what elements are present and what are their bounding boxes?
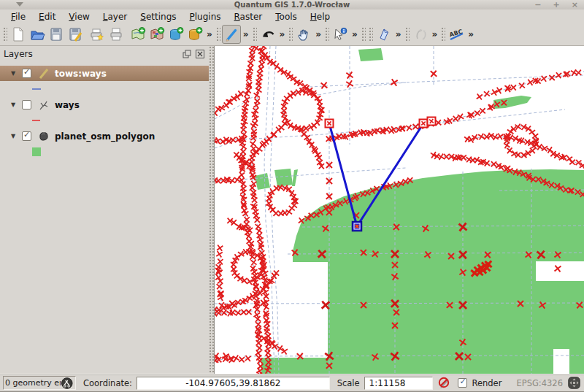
layer-symbology-row (0, 144, 209, 160)
toolbar-drag-handle[interactable] (441, 27, 445, 42)
print-button[interactable] (107, 25, 126, 44)
layer-name: tows:ways (55, 69, 107, 79)
add-spatialite-layer-button[interactable] (185, 25, 204, 44)
scale-label: Scale (337, 378, 360, 388)
toolbar-drag-handle[interactable] (361, 27, 366, 42)
expand-arrow-icon[interactable]: ▼ (9, 101, 18, 108)
coordinate-label: Coordinate: (83, 378, 132, 388)
capture-line-tool-button[interactable] (222, 25, 241, 44)
toolbar-overflow[interactable]: » (466, 29, 476, 39)
red-line-swatch (32, 120, 40, 121)
new-project-button[interactable] (9, 25, 28, 44)
geometry-errors-panel: 0 geometry er (3, 376, 76, 390)
add-postgis-layer-button[interactable] (166, 25, 185, 44)
add-vector-layer-icon (130, 26, 146, 42)
toolbar-drag-handle[interactable] (216, 27, 220, 42)
layer-row-ways[interactable]: ▼ ✓ ways (0, 97, 209, 112)
identify-tool-button[interactable] (331, 25, 350, 44)
undo-icon (260, 26, 276, 42)
menu-view[interactable]: View (62, 11, 96, 23)
coordinate-value: -104.97605,39.81862 (185, 378, 280, 388)
toolbar-overflow[interactable]: » (350, 29, 360, 39)
toolbar-drag-handle[interactable] (405, 27, 410, 42)
menu-file[interactable]: File (4, 11, 32, 23)
save-as-icon (67, 26, 83, 42)
map-canvas[interactable] (214, 46, 584, 374)
expand-arrow-icon[interactable]: ▼ (9, 133, 18, 139)
geometry-errors-icon[interactable] (61, 377, 74, 390)
layer-row-planet-osm-polygon[interactable]: ▼ ✓ planet_osm_polygon (0, 128, 209, 144)
layer-visibility-checkbox[interactable]: ✓ (22, 131, 31, 141)
crs-projector-icon (567, 376, 581, 390)
blue-dash-swatch (32, 88, 41, 90)
toolbar: » » » » » » » ABC (0, 23, 584, 46)
toolbar-overflow[interactable]: » (277, 29, 288, 39)
layer-symbology-row (0, 112, 209, 128)
node-tool-button[interactable] (411, 25, 430, 44)
open-folder-icon (29, 26, 45, 42)
layer-row-tows-ways[interactable]: ▼ ✓ tows:ways (0, 66, 209, 81)
labeling-abc-icon: ABC (447, 26, 465, 42)
scale-field[interactable]: 1:11158 (364, 377, 434, 390)
open-project-button[interactable] (28, 25, 47, 44)
maximize-button[interactable]: + (553, 0, 560, 9)
printer-icon (108, 26, 124, 42)
stop-render-button[interactable] (437, 376, 452, 391)
identify-cursor-icon (332, 26, 348, 42)
save-project-as-button[interactable] (66, 25, 85, 44)
save-project-button[interactable] (47, 25, 66, 44)
add-raster-layer-button[interactable] (147, 25, 166, 44)
scale-value: 1:11158 (369, 378, 406, 388)
toolbar-drag-handle[interactable] (253, 27, 257, 42)
panel-splitter[interactable] (209, 46, 214, 374)
menubar: File Edit View Layer Settings Plugins Ra… (0, 9, 584, 23)
toolbar-drag-handle[interactable] (288, 27, 293, 42)
toolbar-drag-handle[interactable] (325, 27, 329, 42)
menu-raster[interactable]: Raster (228, 11, 269, 23)
menu-help[interactable]: Help (304, 11, 337, 23)
polygon-layer-icon (37, 131, 50, 142)
render-checkbox[interactable]: ✓ (458, 378, 467, 388)
toolbar-overflow[interactable]: » (241, 29, 251, 39)
menu-settings[interactable]: Settings (134, 11, 182, 23)
save-icon (48, 26, 64, 42)
layer-name: planet_osm_polygon (55, 131, 155, 142)
layer-name: ways (55, 100, 80, 110)
titlebar[interactable]: Quantum GIS 1.7.0-Wrocław − + × (0, 0, 584, 9)
line-layer-icon (37, 99, 50, 111)
pan-hand-icon (296, 26, 312, 42)
coordinate-field[interactable]: -104.97605,39.81862 (137, 377, 330, 390)
add-postgis-layer-icon (168, 26, 184, 42)
toolbar-drag-handle[interactable] (3, 27, 7, 42)
layer-visibility-checkbox[interactable]: ✓ (22, 69, 31, 78)
minimize-button[interactable]: − (534, 0, 541, 9)
menu-tools[interactable]: Tools (269, 11, 304, 23)
menu-layer[interactable]: Layer (96, 11, 134, 23)
expand-arrow-icon[interactable]: ▼ (9, 70, 18, 77)
toolbar-overflow[interactable]: » (204, 29, 215, 39)
add-raster-layer-icon (149, 26, 165, 42)
panel-close-button[interactable] (195, 49, 205, 58)
toolbar-overflow[interactable]: » (430, 29, 440, 39)
toolbar-overflow[interactable]: » (393, 29, 404, 39)
labeling-button[interactable]: ABC (447, 25, 466, 44)
menu-edit[interactable]: Edit (32, 11, 62, 23)
digitize-pen-icon (223, 26, 239, 42)
add-vector-layer-button[interactable] (128, 25, 147, 44)
node-tool-icon (412, 26, 429, 42)
new-print-composer-button[interactable] (88, 25, 107, 44)
close-button[interactable]: × (572, 0, 578, 9)
layer-visibility-checkbox[interactable]: ✓ (22, 100, 31, 109)
undo-button[interactable] (258, 25, 277, 44)
pan-tool-button[interactable] (294, 25, 313, 44)
toolbar-overflow[interactable]: » (313, 29, 323, 39)
maptips-icon (376, 26, 392, 42)
maptips-button[interactable] (374, 25, 393, 44)
panel-float-button[interactable] (182, 49, 192, 58)
menu-plugins[interactable]: Plugins (183, 11, 228, 23)
map-svg (215, 46, 584, 374)
crs-button[interactable] (567, 376, 581, 390)
epsg-label: EPSG:4326 (516, 378, 563, 388)
qgis-window: Quantum GIS 1.7.0-Wrocław − + × File Edi… (0, 0, 584, 392)
toolbar-drag-handle[interactable] (369, 27, 373, 42)
